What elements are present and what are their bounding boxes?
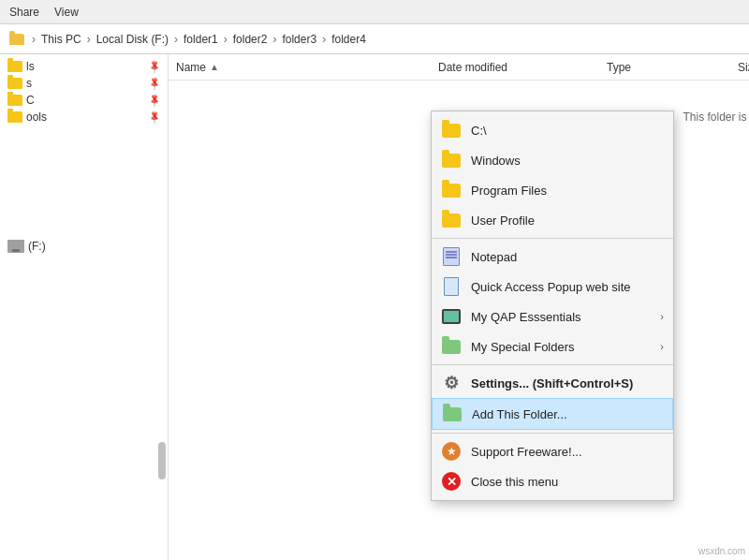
- sort-arrow: ▲: [210, 62, 219, 72]
- main-layout: ls 📌 s 📌 C 📌 ools 📌 (F:): [0, 54, 749, 560]
- breadcrumb-folder2[interactable]: folder2: [233, 33, 268, 46]
- col-header-name[interactable]: Name ▲: [176, 61, 438, 74]
- submenu-arrow-qap: ›: [660, 311, 664, 322]
- menu-item-notepad[interactable]: Notepad: [432, 242, 673, 272]
- local-disk-icon: [7, 240, 24, 253]
- content-area: Name ▲ Date modified Type Size This fold…: [169, 54, 749, 560]
- menu-label-my-qap: My QAP Esssentials: [471, 310, 581, 324]
- menu-label-qap-website: Quick Access Popup web site: [471, 280, 631, 294]
- sidebar-item-s[interactable]: s 📌: [0, 75, 168, 92]
- menu-item-settings[interactable]: ⚙ Settings... (Shift+Control+S): [432, 368, 673, 398]
- menu-item-windows[interactable]: Windows: [432, 145, 673, 175]
- sidebar-item-label-fdrive: (F:): [28, 240, 46, 253]
- breadcrumb-sep-5: ›: [322, 33, 326, 46]
- menu-item-my-qap[interactable]: My QAP Esssentials ›: [432, 302, 673, 332]
- breadcrumb-local-disk[interactable]: Local Disk (F:): [96, 33, 169, 46]
- red-x-icon: ✕: [442, 472, 461, 491]
- pin-icon-s: 📌: [147, 76, 162, 91]
- menu-separator-3: [432, 433, 673, 434]
- menu-label-notepad: Notepad: [471, 250, 517, 264]
- sidebar-folder-icon-s: [7, 78, 22, 89]
- sidebar: ls 📌 s 📌 C 📌 ools 📌 (F:): [0, 54, 169, 560]
- folder-green-icon-2: [443, 407, 462, 421]
- gear-icon: ⚙: [442, 374, 461, 392]
- menu-label-c-drive: C:\: [471, 124, 487, 138]
- sidebar-item-ls[interactable]: ls 📌: [0, 58, 168, 75]
- menu-icon-freeware: ★: [441, 441, 462, 462]
- breadcrumb-sep: ›: [32, 33, 36, 46]
- sidebar-item-label-ls: ls: [26, 60, 35, 73]
- address-bar-icon: [7, 30, 26, 49]
- submenu-arrow-special: ›: [660, 341, 664, 352]
- sidebar-item-fdrive[interactable]: (F:): [0, 238, 168, 255]
- doc-icon: [444, 277, 459, 296]
- pin-icon-c: 📌: [147, 93, 162, 108]
- menu-item-freeware[interactable]: ★ Support Freeware!...: [432, 436, 673, 466]
- col-header-type[interactable]: Type: [607, 61, 738, 74]
- menu-item-special-folders[interactable]: My Special Folders ›: [432, 332, 673, 361]
- pin-icon: 📌: [147, 59, 162, 74]
- menu-icon-user-profile: [441, 210, 462, 230]
- sidebar-folder-icon: [7, 61, 22, 72]
- breadcrumb-sep-4: ›: [272, 33, 276, 46]
- address-bar: › This PC › Local Disk (F:) › folder1 › …: [0, 24, 749, 54]
- menu-bar: Share View: [0, 0, 749, 24]
- sidebar-item-label-c: C: [26, 94, 35, 107]
- menu-icon-folder: [441, 120, 462, 140]
- menu-icon-windows: [441, 150, 462, 170]
- menu-item-program-files[interactable]: Program Files: [432, 175, 673, 205]
- context-menu: C:\ Windows Program Files: [431, 111, 674, 501]
- menu-label-special-folders: My Special Folders: [471, 340, 575, 354]
- folder-yellow-icon-4: [442, 214, 461, 228]
- menu-icon-my-qap: [441, 306, 462, 327]
- column-headers: Name ▲ Date modified Type Size: [169, 54, 749, 81]
- folder-yellow-icon-2: [442, 154, 461, 168]
- folder-icon-small: [9, 34, 24, 45]
- notepad-icon: [443, 247, 460, 266]
- menu-view[interactable]: View: [54, 6, 79, 19]
- menu-item-close[interactable]: ✕ Close this menu: [432, 466, 673, 496]
- folder-yellow-icon: [442, 124, 461, 138]
- breadcrumb-folder1[interactable]: folder1: [184, 33, 218, 46]
- menu-label-add-folder: Add This Folder...: [472, 407, 567, 421]
- sidebar-item-label-s: s: [26, 77, 32, 90]
- pin-icon-ools: 📌: [147, 110, 162, 125]
- sidebar-folder-icon-ools: [7, 111, 22, 123]
- menu-icon-notepad: [441, 246, 462, 267]
- menu-icon-settings: ⚙: [441, 373, 462, 393]
- sidebar-item-c[interactable]: C 📌: [0, 92, 168, 109]
- watermark: wsxdn.com: [698, 546, 745, 556]
- menu-item-user-profile[interactable]: User Profile: [432, 205, 673, 235]
- menu-share[interactable]: Share: [9, 6, 39, 19]
- sidebar-item-ools[interactable]: ools 📌: [0, 109, 168, 125]
- menu-label-freeware: Support Freeware!...: [471, 445, 582, 459]
- menu-item-c-drive[interactable]: C:\: [432, 115, 673, 145]
- sidebar-item-label-ools: ools: [26, 111, 47, 124]
- menu-label-program-files: Program Files: [471, 184, 547, 198]
- menu-separator-2: [432, 364, 673, 365]
- col-header-date[interactable]: Date modified: [438, 61, 607, 74]
- breadcrumb-folder3[interactable]: folder3: [282, 33, 316, 46]
- breadcrumb-folder4[interactable]: folder4: [331, 33, 366, 46]
- menu-icon-special-folders: [441, 336, 462, 357]
- breadcrumb-this-pc[interactable]: This PC: [41, 33, 81, 46]
- breadcrumb-sep-2: ›: [174, 33, 178, 46]
- empty-folder-message: This folder is empty.: [683, 111, 749, 124]
- monitor-icon: [442, 309, 461, 324]
- menu-item-add-folder[interactable]: Add This Folder...: [432, 398, 673, 430]
- freeware-icon: ★: [442, 442, 461, 461]
- menu-separator-1: [432, 238, 673, 239]
- breadcrumb-sep-3: ›: [224, 33, 228, 46]
- sidebar-folder-icon-c: [7, 95, 22, 106]
- menu-icon-add-folder: [442, 404, 463, 424]
- col-header-size[interactable]: Size: [738, 61, 749, 74]
- menu-icon-program-files: [441, 180, 462, 200]
- menu-icon-qap-website: [441, 276, 462, 297]
- menu-label-settings: Settings... (Shift+Control+S): [471, 376, 633, 391]
- menu-icon-close: ✕: [441, 471, 462, 492]
- menu-label-windows: Windows: [471, 154, 521, 168]
- menu-item-qap-website[interactable]: Quick Access Popup web site: [432, 272, 673, 302]
- scrollbar-thumb[interactable]: [158, 442, 166, 479]
- menu-label-close: Close this menu: [471, 475, 558, 489]
- breadcrumb-sep-1: ›: [87, 33, 91, 46]
